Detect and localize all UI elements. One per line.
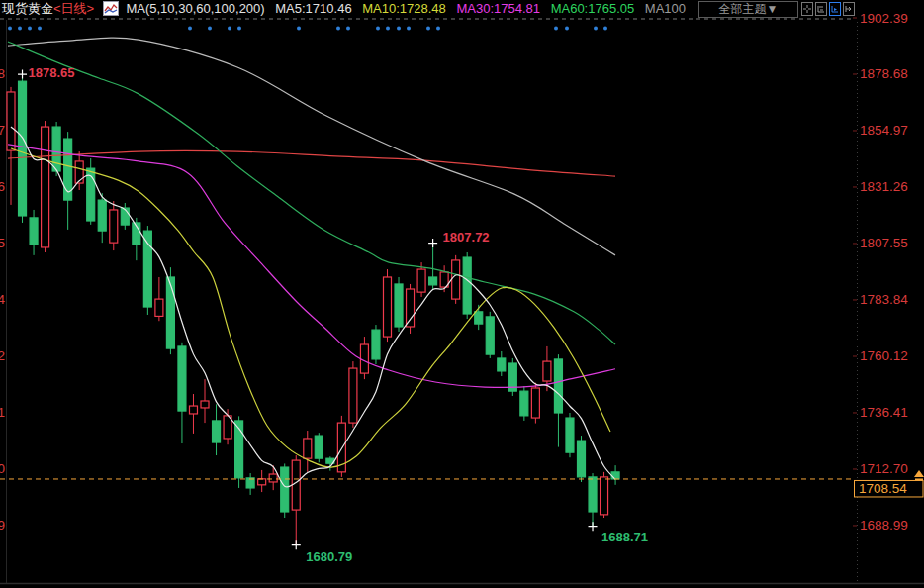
candle-down	[520, 391, 528, 416]
svg-text:1712.70: 1712.70	[0, 461, 5, 476]
ma100-value: MA100	[645, 0, 686, 17]
candle-down	[463, 257, 471, 314]
ma-line-MA10	[11, 148, 610, 467]
candle-down	[213, 421, 221, 442]
axis-label: 1783.84	[860, 292, 908, 307]
event-dots	[8, 27, 607, 31]
ma-line-MA60	[8, 42, 615, 344]
candle-up	[75, 161, 83, 183]
candle-down	[178, 346, 186, 411]
event-dot	[603, 27, 607, 31]
candle-down	[281, 467, 289, 512]
marker-cross-icon	[428, 239, 437, 247]
pan-right-icon[interactable]	[843, 2, 855, 16]
candle-up	[201, 401, 209, 408]
candle-up	[155, 299, 163, 316]
event-dot	[386, 27, 390, 31]
candlestick-chart[interactable]: 1902.391878.681854.971831.261807.551783.…	[0, 0, 924, 588]
toolbar: 现货黄金<日线> MA(5,10,30,60,100,200) MA5:1710…	[0, 0, 924, 19]
candle-down	[143, 231, 151, 307]
event-dot	[188, 27, 192, 31]
axis-label: 1712.70	[860, 461, 908, 476]
event-dot	[436, 27, 440, 31]
auto-fit-icon[interactable]	[829, 2, 841, 16]
ma-line-MA5	[11, 127, 615, 487]
svg-text:1854.97: 1854.97	[0, 123, 5, 138]
candle-down	[486, 317, 494, 354]
candle-up	[189, 406, 197, 414]
event-dot	[28, 27, 32, 31]
event-dot	[8, 27, 12, 31]
candle-down	[315, 436, 323, 458]
extreme-price-label: 1878.65	[29, 65, 75, 80]
current-price-marker: 1708.54	[0, 470, 924, 497]
mini-chart-icon	[103, 1, 119, 16]
axis-label: 1854.97	[860, 123, 908, 138]
event-dot	[594, 27, 598, 31]
candle-up	[360, 344, 368, 373]
candle-down	[52, 127, 60, 171]
candle-down	[30, 218, 38, 245]
candle-up	[42, 127, 49, 247]
candle-up	[7, 92, 15, 150]
candles	[7, 74, 619, 545]
candle-down	[611, 472, 619, 479]
candle-down	[578, 441, 586, 477]
marker-cross-icon	[292, 540, 301, 549]
ma-line-MA200	[8, 150, 615, 176]
extreme-price-label: 1680.79	[306, 549, 352, 564]
theme-selector-button[interactable]: 全部主题▼	[698, 1, 798, 18]
candle-up	[543, 361, 551, 381]
candle-up	[452, 260, 460, 299]
axis-label: 1688.99	[860, 518, 908, 533]
event-dot	[297, 27, 301, 31]
price-up-arrow-icon	[914, 470, 924, 477]
event-dot	[208, 27, 212, 31]
extreme-price-label: 1688.71	[601, 530, 648, 544]
candle-up	[258, 479, 266, 485]
svg-text:1736.41: 1736.41	[0, 405, 5, 420]
ma-line-MA30	[8, 145, 615, 388]
candle-up	[531, 388, 539, 418]
axis-label: 1807.55	[860, 236, 908, 250]
candle-down	[475, 312, 483, 324]
event-dot	[18, 27, 22, 31]
axis-scale-icon[interactable]	[815, 2, 827, 16]
axis-label: 1760.12	[860, 348, 908, 363]
candle-down	[98, 200, 106, 231]
event-dot	[38, 27, 42, 31]
candle-down	[589, 477, 597, 512]
ma30-value: MA30:1754.81	[456, 0, 540, 17]
extreme-price-label: 1807.72	[443, 230, 490, 245]
candle-up	[110, 210, 118, 243]
left-clipped-labels: 1878.681854.971831.261807.551783.841760.…	[0, 66, 5, 533]
svg-text:1831.26: 1831.26	[0, 179, 5, 194]
price-annotations: 1878.651807.721680.791688.71	[18, 65, 648, 564]
candle-up	[601, 477, 608, 515]
ma10-value: MA10:1728.48	[362, 0, 446, 17]
candle-down	[121, 208, 129, 225]
marker-cross-icon	[589, 522, 598, 531]
marker-cross-icon	[18, 70, 27, 79]
candle-up	[417, 269, 425, 292]
event-dot	[336, 27, 340, 31]
current-price-value: 1708.54	[859, 481, 907, 496]
ma5-value: MA5:1710.46	[275, 0, 351, 17]
axis-label: 1736.41	[860, 405, 908, 420]
event-dot	[565, 27, 569, 31]
candle-up	[407, 289, 415, 327]
ma60-value: MA60:1765.05	[551, 0, 635, 17]
candle-up	[304, 439, 312, 458]
symbol-name: 现货黄金	[2, 0, 53, 17]
event-dot	[407, 27, 411, 31]
axis-label: 1878.68	[860, 66, 908, 81]
candle-down	[498, 358, 506, 371]
event-dot	[228, 27, 231, 31]
ma-formula-label: MA(5,10,30,60,100,200)	[126, 0, 264, 17]
timeframe-label: <日线>	[53, 0, 94, 17]
event-dot	[376, 27, 380, 31]
crosshair-icon[interactable]	[801, 2, 813, 16]
svg-text:1688.99: 1688.99	[0, 518, 5, 533]
candle-down	[554, 359, 562, 413]
candle-down	[19, 81, 27, 216]
